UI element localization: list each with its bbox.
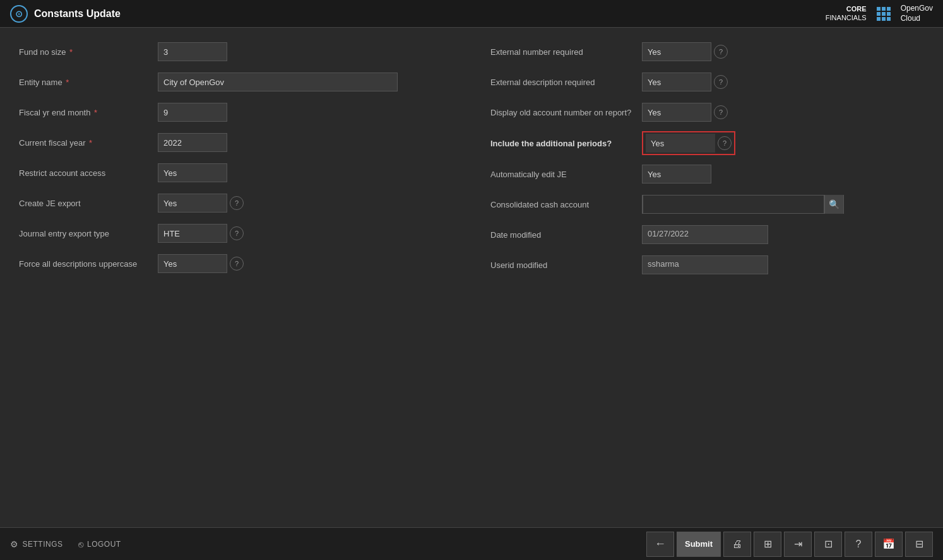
help-button[interactable]: ?: [845, 532, 872, 557]
page-title: Constants Update: [34, 8, 121, 20]
display-old-account-number-input[interactable]: [642, 103, 711, 122]
footer-left: ⚙ SETTINGS ⎋ LOGOUT: [10, 539, 121, 549]
date-modified-label: Date modified: [490, 230, 642, 240]
header-left: ⊙ Constants Update: [10, 5, 121, 23]
brand-label: CORE FINANCIALS: [826, 5, 867, 21]
restrict-account-access-label: Restrict account access: [19, 168, 158, 178]
create-je-export-row: Create JE export ?: [19, 192, 453, 214]
form-grid: Fund no size * Entity name * Fiscal yr e…: [19, 40, 924, 284]
logout-icon: ⎋: [78, 539, 84, 549]
restrict-account-access-input[interactable]: [158, 163, 227, 182]
external-description-required-row: External description required ?: [490, 71, 924, 93]
grid-icon: [877, 7, 891, 21]
include-additional-periods-label: Include the additional periods?: [490, 139, 642, 148]
main-content: Fund no size * Entity name * Fiscal yr e…: [0, 28, 943, 527]
force-all-descriptions-uppercase-row: Force all descriptions uppercase ?: [19, 252, 453, 275]
automatically-edit-je-row: Automatically edit JE: [490, 163, 924, 185]
consolidated-cash-account-input[interactable]: [643, 195, 824, 214]
fiscal-yr-end-month-input[interactable]: [158, 103, 227, 122]
current-fiscal-year-label: Current fiscal year *: [19, 138, 158, 148]
create-je-export-help-button[interactable]: ?: [230, 196, 244, 210]
external-number-required-input[interactable]: [642, 42, 711, 61]
calendar-button[interactable]: 📅: [875, 532, 903, 557]
include-additional-periods-highlight: ?: [642, 131, 735, 155]
display-old-account-number-help-button[interactable]: ?: [714, 105, 728, 119]
opengov-label: OpenGov Cloud: [901, 4, 933, 23]
print-button[interactable]: 🖨: [723, 532, 751, 557]
userid-modified-value: ssharma: [642, 255, 768, 274]
submit-button[interactable]: Submit: [677, 532, 721, 557]
consolidated-cash-account-search-button[interactable]: 🔍: [824, 195, 843, 214]
include-additional-periods-input[interactable]: [646, 134, 715, 153]
layout-button[interactable]: ⊡: [814, 532, 842, 557]
fiscal-yr-end-month-row: Fiscal yr end month *: [19, 101, 453, 124]
journal-entry-export-type-row: Journal entry export type ?: [19, 222, 453, 245]
entity-name-label: Entity name *: [19, 78, 158, 87]
automatically-edit-je-input[interactable]: [642, 165, 711, 184]
display-old-account-number-row: Display old account number on report? ?: [490, 101, 924, 124]
fund-no-size-row: Fund no size *: [19, 40, 453, 63]
force-all-descriptions-uppercase-input[interactable]: [158, 254, 227, 273]
brand-line1: CORE: [826, 5, 867, 13]
userid-modified-row: Userid modified ssharma: [490, 254, 924, 276]
entity-name-row: Entity name *: [19, 71, 453, 93]
fund-no-size-input[interactable]: [158, 42, 227, 61]
restrict-account-access-row: Restrict account access: [19, 161, 453, 184]
userid-modified-label: Userid modified: [490, 260, 642, 270]
settings-label: SETTINGS: [23, 540, 63, 549]
left-column: Fund no size * Entity name * Fiscal yr e…: [19, 40, 453, 284]
back-button[interactable]: ←: [646, 532, 674, 557]
create-je-export-label: Create JE export: [19, 199, 158, 208]
external-number-required-row: External number required ?: [490, 40, 924, 63]
fiscal-yr-end-month-label: Fiscal yr end month *: [19, 108, 158, 117]
export-button[interactable]: ⇥: [784, 532, 812, 557]
external-number-required-help-button[interactable]: ?: [714, 45, 728, 59]
external-description-required-input[interactable]: [642, 73, 711, 91]
right-column: External number required ? External desc…: [490, 40, 924, 284]
consolidated-cash-account-row: Consolidated cash account 🔍: [490, 193, 924, 216]
header: ⊙ Constants Update CORE FINANCIALS OpenG…: [0, 0, 943, 28]
include-additional-periods-help-button[interactable]: ?: [718, 136, 732, 150]
date-modified-value: 01/27/2022: [642, 225, 768, 244]
create-je-export-input[interactable]: [158, 194, 227, 213]
brand-line2: FINANCIALS: [826, 14, 867, 22]
entity-name-input[interactable]: [158, 73, 398, 91]
columns-button[interactable]: ⊟: [905, 532, 933, 557]
settings-icon: ⚙: [10, 539, 19, 549]
external-description-required-help-button[interactable]: ?: [714, 75, 728, 89]
header-right: CORE FINANCIALS OpenGov Cloud: [826, 4, 933, 23]
date-modified-row: Date modified 01/27/2022: [490, 223, 924, 246]
display-old-account-number-label: Display old account number on report?: [490, 108, 642, 117]
journal-entry-export-type-input[interactable]: [158, 224, 227, 243]
consolidated-cash-account-label: Consolidated cash account: [490, 200, 642, 209]
current-fiscal-year-input[interactable]: [158, 133, 227, 152]
current-fiscal-year-row: Current fiscal year *: [19, 131, 453, 154]
footer: ⚙ SETTINGS ⎋ LOGOUT ← Submit 🖨 ⊞ ⇥ ⊡ ? 📅…: [0, 527, 943, 560]
logout-item[interactable]: ⎋ LOGOUT: [78, 539, 121, 549]
include-additional-periods-row: Include the additional periods? ?: [490, 131, 924, 155]
journal-entry-export-type-help-button[interactable]: ?: [230, 226, 244, 240]
consolidated-cash-account-wrapper: 🔍: [642, 195, 844, 214]
logout-label: LOGOUT: [87, 540, 121, 549]
external-description-required-label: External description required: [490, 78, 642, 87]
settings-item[interactable]: ⚙ SETTINGS: [10, 539, 63, 549]
force-all-descriptions-uppercase-help-button[interactable]: ?: [230, 257, 244, 271]
journal-entry-export-type-label: Journal entry export type: [19, 229, 158, 238]
grid-button[interactable]: ⊞: [754, 532, 781, 557]
automatically-edit-je-label: Automatically edit JE: [490, 170, 642, 179]
external-number-required-label: External number required: [490, 47, 642, 57]
footer-right: ← Submit 🖨 ⊞ ⇥ ⊡ ? 📅 ⊟: [646, 532, 933, 557]
force-all-descriptions-uppercase-label: Force all descriptions uppercase: [19, 259, 158, 269]
fund-no-size-label: Fund no size *: [19, 47, 158, 57]
app-logo-icon: ⊙: [10, 5, 28, 23]
